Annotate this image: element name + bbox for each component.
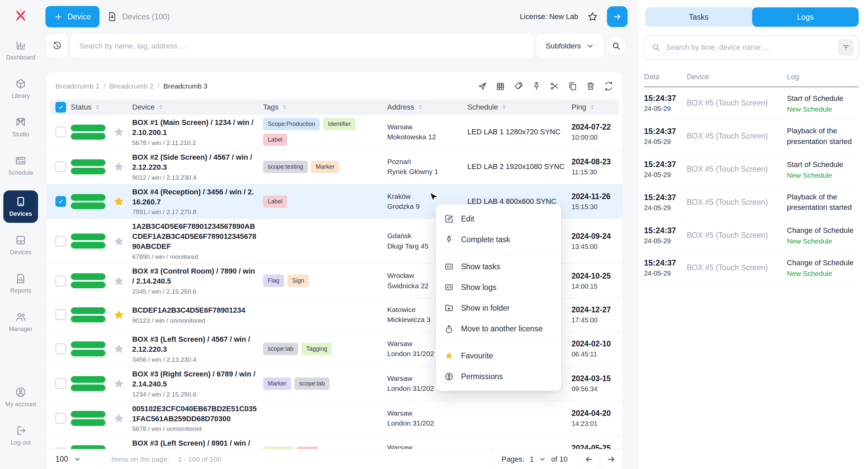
log-row[interactable]: 15:24:3724-05-29BOX #5 (Touch Screen)Cha… [644, 252, 859, 284]
menu-item-favourite[interactable]: Favourite [436, 345, 561, 366]
schedule-cell: LED LAB 2 1920x1080 SYNC [467, 163, 571, 171]
search-history-button[interactable] [47, 34, 67, 58]
column-header-address[interactable]: Address [387, 103, 467, 112]
column-header-schedule[interactable]: Schedule [467, 103, 571, 112]
sidebar-item-log-out[interactable]: Log out [3, 422, 38, 449]
tab-logs[interactable]: Logs [752, 7, 859, 27]
send-button[interactable] [477, 81, 488, 91]
table-row[interactable]: BOX #2 (Side Screen) / 4567 / win / 2.12… [47, 150, 622, 184]
log-time: 15:24:37 [644, 126, 687, 136]
tab-tasks[interactable]: Tasks [645, 7, 752, 27]
row-star-toggle[interactable] [113, 196, 132, 207]
sidebar-item-devices[interactable]: Devices [3, 190, 38, 223]
add-device-label: Device [67, 12, 91, 21]
log-row[interactable]: 15:24:3724-05-29BOX #5 (Touch Screen)Sta… [644, 87, 859, 120]
status-bar-online [71, 242, 105, 248]
status-indicator [71, 411, 113, 426]
search-submit-button[interactable] [607, 37, 626, 55]
row-star-toggle[interactable] [113, 161, 132, 173]
log-row[interactable]: 15:24:3724-05-29BOX #5 (Touch Screen)Cha… [644, 219, 859, 252]
go-arrow-button[interactable] [607, 6, 628, 27]
breadcrumb-item[interactable]: Breadcrumb 1 [55, 82, 99, 90]
sidebar-item-reports[interactable]: Reports [3, 270, 38, 297]
sidebar-item-label: Devices [9, 210, 32, 217]
subfolders-dropdown[interactable]: Subfolders [536, 34, 603, 58]
log-row[interactable]: 15:24:3724-05-29BOX #5 (Touch Screen)Pla… [644, 120, 859, 153]
sidebar-item-my-account[interactable]: My account [3, 383, 38, 411]
row-checkbox[interactable] [55, 309, 66, 320]
tag-chip: Marker [263, 378, 291, 390]
page-size-select[interactable]: 100 [47, 449, 102, 469]
menu-item-complete-task[interactable]: Complete task [436, 229, 561, 250]
add-device-button[interactable]: Device [45, 6, 99, 27]
row-checkbox[interactable] [55, 162, 66, 172]
menu-item-show-logs[interactable]: Show logs [436, 277, 561, 298]
menu-item-show-in-folder[interactable]: Show in folder [436, 298, 561, 318]
menu-item-permissions[interactable]: Permissions [436, 366, 561, 387]
row-checkbox[interactable] [55, 126, 66, 137]
row-checkbox[interactable] [55, 236, 66, 246]
status-bar-online [71, 282, 105, 288]
search-icon [612, 41, 621, 51]
row-star-toggle[interactable] [113, 275, 132, 287]
row-checkbox[interactable] [55, 378, 66, 389]
status-indicator [71, 342, 113, 356]
pin-button[interactable] [531, 81, 541, 91]
copy-button[interactable] [567, 81, 578, 91]
sidebar-item-manager[interactable]: Manager [3, 308, 38, 335]
address-line: London 31/202 [387, 418, 467, 428]
log-message-cell: Start of ScheduleNew Schedule [787, 159, 859, 179]
log-search-input[interactable] [665, 43, 833, 52]
row-checkbox[interactable] [55, 196, 66, 207]
refresh-button[interactable] [603, 81, 614, 91]
row-star-toggle[interactable] [113, 412, 132, 424]
sidebar-item-devices-2[interactable]: Devices [3, 232, 38, 259]
cut-button[interactable] [550, 81, 560, 91]
previous-page-button[interactable] [578, 449, 600, 469]
menu-item-show-tasks[interactable]: Show tasks [436, 256, 561, 277]
column-header-status[interactable]: Status [71, 103, 113, 112]
row-checkbox[interactable] [55, 413, 66, 423]
address-line: Warsaw [387, 408, 467, 418]
row-checkbox[interactable] [55, 343, 66, 354]
device-subtitle: 67890 / win / monitored [132, 253, 263, 261]
log-row[interactable]: 15:24:3724-05-29BOX #5 (Touch Screen)Pla… [644, 186, 859, 219]
sidebar-item-studio[interactable]: Studio [3, 114, 38, 141]
breadcrumb-item[interactable]: Breadcrumb 3 [163, 82, 208, 90]
next-page-button[interactable] [600, 449, 622, 469]
log-row[interactable]: 15:24:3724-05-29BOX #5 (Touch Screen)Sta… [644, 153, 859, 186]
row-star-toggle[interactable] [113, 343, 132, 355]
row-checkbox-cell [55, 309, 71, 320]
tag-button[interactable] [514, 81, 524, 91]
sidebar-item-dashboard[interactable]: Dashboard [3, 37, 38, 64]
favourite-license-button[interactable] [587, 11, 598, 22]
row-star-toggle[interactable] [113, 235, 132, 247]
device-search-input[interactable] [79, 41, 525, 51]
column-header-device[interactable]: Device [132, 103, 263, 112]
row-star-toggle[interactable] [113, 126, 132, 138]
menu-item-edit[interactable]: Edit [436, 208, 561, 229]
delete-button[interactable] [586, 81, 596, 91]
breadcrumb-item[interactable]: Breadcrumb 2 [110, 82, 154, 90]
sidebar-item-schedule[interactable]: Schedule [3, 152, 38, 179]
log-filter-button[interactable] [838, 39, 854, 55]
menu-item-move-to-another-license[interactable]: Move to another license [436, 318, 561, 339]
calendar-button[interactable] [495, 81, 505, 91]
ping-cell: 2024-04-2014:23:01 [571, 409, 614, 428]
app-logo-icon [11, 8, 30, 27]
chevron-down-icon[interactable] [539, 456, 546, 463]
table-row[interactable]: BOX #1 (Main Screen) / 1234 / win / 2.10… [47, 115, 622, 150]
folder-up-icon [444, 303, 454, 313]
row-checkbox[interactable] [55, 275, 66, 286]
log-data-cell: 15:24:3724-05-29 [644, 126, 687, 146]
select-all-checkbox[interactable] [55, 102, 66, 113]
sidebar-item-library[interactable]: Library [3, 75, 38, 102]
row-star-toggle[interactable] [113, 309, 132, 321]
log-time: 15:24:37 [644, 160, 687, 169]
devices-count-chip[interactable]: Devices (100) [107, 11, 169, 22]
column-header-tags[interactable]: Tags [263, 103, 387, 112]
table-row[interactable]: 005102E3CFC040EB67BD2E51C0351FAC561AB259… [47, 401, 622, 436]
row-star-toggle[interactable] [113, 378, 132, 389]
column-header-ping[interactable]: Ping [571, 103, 614, 112]
log-message: Start of Schedule [787, 93, 859, 104]
